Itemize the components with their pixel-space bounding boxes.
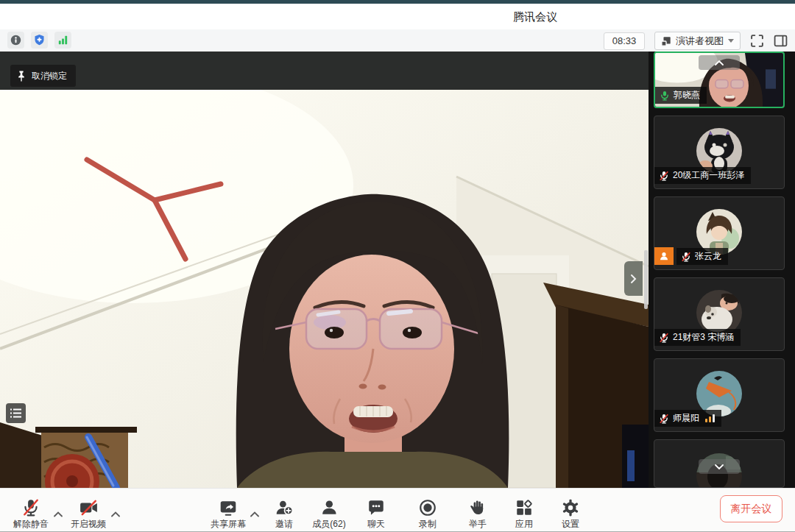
- apps-icon: [515, 498, 534, 517]
- sidebar-scrollbar[interactable]: [644, 250, 648, 309]
- raise-hand-label: 举手: [469, 518, 487, 531]
- view-mode-label: 演讲者视图: [676, 35, 724, 48]
- security-button[interactable]: [31, 32, 48, 49]
- participant-name: 21财管3 宋博涵: [673, 331, 734, 344]
- raise-hand-icon: [469, 498, 487, 517]
- unmute-label: 解除静音: [13, 518, 49, 531]
- chat-icon: [367, 498, 386, 517]
- agenda-handle-button[interactable]: [6, 403, 26, 423]
- participant-label: 张云龙: [676, 248, 728, 265]
- chevron-down-icon: [715, 464, 724, 469]
- share-screen-label: 共享屏幕: [211, 518, 246, 531]
- audio-options-button[interactable]: [54, 507, 63, 520]
- share-options-button[interactable]: [250, 507, 259, 520]
- participant-name: 郭晓燕: [674, 89, 700, 102]
- window-title: 腾讯会议: [513, 10, 557, 24]
- mic-muted-icon: [21, 498, 40, 517]
- mic-muted-icon: [681, 252, 691, 262]
- side-panel-toggle-button[interactable]: [774, 34, 788, 48]
- control-bar: 解除静音 开启视频: [0, 488, 795, 532]
- participant-tile-zhangyunlong[interactable]: 张云龙: [654, 196, 785, 270]
- members-button[interactable]: 成员(62): [312, 497, 345, 531]
- record-label: 录制: [418, 518, 437, 531]
- view-mode-selector[interactable]: 演讲者视图: [654, 32, 741, 50]
- list-icon: [10, 408, 21, 418]
- chevron-up-icon: [250, 511, 259, 517]
- invite-button[interactable]: 邀请: [275, 497, 294, 531]
- network-status-button[interactable]: [54, 32, 71, 49]
- main-area: 取消锁定: [0, 52, 795, 488]
- security-shield-icon: [33, 34, 46, 46]
- chevron-right-icon: [630, 274, 637, 284]
- record-button[interactable]: 录制: [418, 497, 437, 531]
- participant-name: 张云龙: [695, 250, 721, 263]
- chevron-down-icon: [728, 39, 734, 43]
- participant-name: 20级工商一班彭泽: [673, 169, 744, 182]
- network-signal-icon: [57, 34, 69, 46]
- chat-label: 聊天: [367, 518, 386, 531]
- raise-hand-button[interactable]: 举手: [469, 497, 487, 531]
- speaker-view-icon: [661, 36, 671, 46]
- participant-label: 21财管3 宋博涵: [654, 329, 741, 346]
- members-label: 成员(62): [312, 518, 345, 531]
- participant-tile-guoxiaoyan[interactable]: 郭晓燕: [654, 52, 785, 108]
- meeting-timer: 08:33: [604, 32, 645, 50]
- chat-button[interactable]: 聊天: [367, 497, 386, 531]
- gear-icon: [561, 498, 580, 517]
- meeting-toolbar: 08:33 演讲者视图: [0, 29, 795, 52]
- leave-meeting-button[interactable]: 离开会议: [720, 495, 782, 522]
- leave-meeting-label: 离开会议: [731, 503, 772, 516]
- unpin-button[interactable]: 取消锁定: [10, 65, 76, 87]
- start-video-button[interactable]: 开启视频: [71, 497, 106, 531]
- chevron-up-icon: [111, 511, 120, 517]
- meeting-info-button[interactable]: [7, 32, 24, 49]
- record-icon: [418, 498, 437, 517]
- mic-muted-icon: [659, 414, 669, 424]
- pin-icon: [16, 70, 26, 82]
- settings-label: 设置: [561, 518, 580, 531]
- participant-label: 师晨阳: [654, 410, 721, 427]
- mic-muted-icon: [659, 171, 669, 181]
- invite-icon: [275, 498, 294, 517]
- mic-active-icon: [660, 91, 670, 101]
- apps-button[interactable]: 应用: [515, 497, 534, 531]
- fullscreen-button[interactable]: [750, 34, 764, 48]
- video-options-button[interactable]: [111, 507, 120, 520]
- unpin-label: 取消锁定: [32, 70, 67, 82]
- participant-tile-shichenyang[interactable]: 师晨阳: [654, 358, 785, 432]
- stage-video-feed: [0, 90, 649, 488]
- participant-sidebar: 郭晓燕: [649, 52, 795, 488]
- unmute-button[interactable]: 解除静音: [13, 497, 49, 531]
- person-icon: [659, 251, 669, 261]
- participant-tile-partial[interactable]: [654, 439, 785, 488]
- fullscreen-icon: [750, 34, 764, 48]
- participant-tile-songbohan[interactable]: 21财管3 宋博涵: [654, 277, 785, 351]
- participant-tile-pengze[interactable]: 20级工商一班彭泽: [654, 116, 785, 189]
- share-screen-icon: [219, 498, 238, 517]
- invite-label: 邀请: [275, 518, 294, 531]
- participant-name: 师晨阳: [673, 412, 699, 425]
- share-screen-button[interactable]: 共享屏幕: [211, 497, 246, 531]
- info-icon: [10, 34, 22, 46]
- chevron-up-icon: [54, 511, 63, 517]
- side-panel-icon: [774, 34, 788, 48]
- member-profile-badge: [654, 247, 674, 265]
- scroll-up-button[interactable]: [699, 55, 740, 70]
- scroll-down-button[interactable]: [699, 459, 740, 474]
- members-icon: [319, 498, 339, 517]
- participant-label: 郭晓燕: [655, 87, 707, 104]
- chevron-up-icon: [715, 60, 724, 65]
- mic-muted-icon: [659, 333, 669, 343]
- spotlight-video[interactable]: 取消锁定: [0, 52, 649, 488]
- settings-button[interactable]: 设置: [561, 497, 580, 531]
- apps-label: 应用: [515, 518, 534, 531]
- start-video-label: 开启视频: [71, 518, 106, 531]
- camera-off-icon: [79, 498, 99, 517]
- titlebar[interactable]: 腾讯会议: [0, 4, 795, 29]
- network-signal-icon: [705, 414, 715, 422]
- tencent-meeting-window: 腾讯会议: [0, 0, 795, 532]
- sidebar-collapse-tab[interactable]: [624, 261, 643, 296]
- participant-label: 20级工商一班彭泽: [654, 167, 751, 184]
